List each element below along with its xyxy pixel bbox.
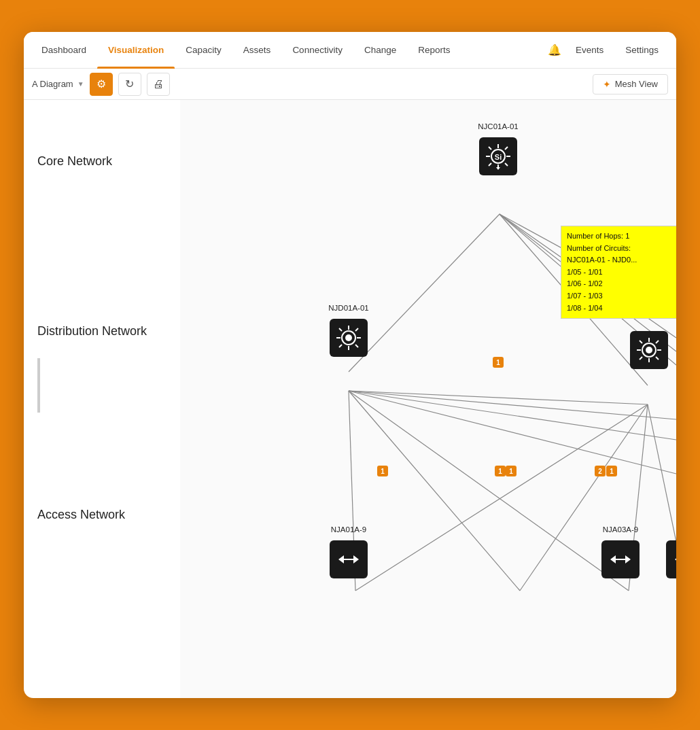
badge-lower-4: 2 — [595, 466, 606, 476]
tooltip-line-3: NJC01A-01 - NJD0... — [567, 254, 673, 266]
nav-bar: Dashboard Visualization Capacity Assets … — [24, 32, 676, 69]
node-NJC01A-01[interactable]: NJC01A-01 Si — [479, 137, 517, 175]
refresh-button[interactable]: ↻ — [118, 73, 141, 96]
badge-njd01-connection: 1 — [493, 357, 504, 368]
svg-line-25 — [505, 147, 508, 150]
svg-point-37 — [345, 334, 352, 341]
node-label-NJC01A-01: NJC01A-01 — [478, 122, 518, 131]
mesh-view-button[interactable]: ✦ Mesh View — [593, 74, 668, 94]
sun-icon: ✦ — [603, 79, 611, 90]
access-network-label: Access Network — [37, 508, 125, 522]
svg-line-45 — [656, 341, 659, 343]
tooltip-line-7: 1/08 - 1/04 — [567, 302, 673, 315]
print-icon: 🖨 — [153, 78, 164, 90]
nav-capacity[interactable]: Capacity — [175, 32, 232, 69]
network-diagram-area[interactable]: NJC01A-01 Si — [180, 100, 676, 698]
svg-line-7 — [349, 391, 629, 591]
badge-lower-5: 1 — [606, 466, 617, 476]
svg-text:Si: Si — [495, 153, 502, 161]
nav-events[interactable]: Events — [565, 32, 614, 69]
tooltip-line-4: 1/05 - 1/01 — [567, 266, 673, 279]
badge-lower-3: 1 — [506, 466, 517, 476]
nav-events-group: 🔔 Events — [548, 32, 614, 69]
node-label-NJA01A-9: NJA01A-9 — [331, 525, 366, 534]
svg-line-0 — [349, 214, 500, 372]
svg-line-34 — [355, 345, 358, 347]
svg-line-44 — [656, 357, 659, 360]
svg-line-23 — [489, 147, 491, 150]
network-svg — [180, 100, 676, 698]
tooltip-line-6: 1/07 - 1/03 — [567, 290, 673, 302]
mesh-view-label: Mesh View — [615, 79, 658, 89]
node-box-NJD-right[interactable] — [630, 331, 668, 369]
node-label-NJA03A-9: NJA03A-9 — [603, 525, 638, 534]
node-box-NJD01A-01[interactable] — [330, 319, 368, 357]
node-NJD-right[interactable] — [630, 331, 668, 369]
refresh-icon: ↻ — [125, 77, 134, 90]
badge-lower-1: 1 — [377, 466, 388, 476]
distribution-network-label: Distribution Network — [37, 324, 147, 338]
node-label-NJD01A-01: NJD01A-01 — [328, 304, 368, 312]
main-window: Dashboard Visualization Capacity Assets … — [24, 32, 676, 698]
dropdown-arrow-icon: ▼ — [77, 80, 84, 88]
svg-line-35 — [355, 328, 358, 331]
network-labels-panel: Core Network Distribution Network Access… — [24, 100, 180, 698]
connection-tooltip: Number of Hops: 1 Number of Circuits: NJ… — [561, 226, 676, 319]
node-NJD01A-01[interactable]: NJD01A-01 — [330, 319, 368, 357]
nav-visualization[interactable]: Visualization — [97, 32, 175, 69]
badge-lower-2: 1 — [495, 466, 506, 476]
nav-settings[interactable]: Settings — [614, 32, 669, 69]
nav-connectivity[interactable]: Connectivity — [281, 32, 353, 69]
nav-change[interactable]: Change — [353, 32, 407, 69]
settings-button[interactable]: ⚙ — [90, 73, 113, 96]
svg-line-36 — [339, 345, 342, 347]
diagram-selector[interactable]: A Diagram ▼ — [32, 79, 84, 89]
toolbar: A Diagram ▼ ⚙ ↻ 🖨 ✦ Mesh View — [24, 69, 676, 100]
svg-line-33 — [339, 328, 342, 331]
nav-reports[interactable]: Reports — [407, 32, 461, 69]
nav-assets[interactable]: Assets — [232, 32, 282, 69]
svg-line-43 — [640, 341, 642, 343]
svg-point-47 — [646, 347, 652, 353]
tooltip-line-2: Number of Circuits: — [567, 243, 673, 255]
diagram-label: A Diagram — [32, 79, 73, 89]
tooltip-line-5: 1/06 - 1/02 — [567, 278, 673, 290]
svg-marker-27 — [496, 167, 500, 170]
svg-line-26 — [489, 163, 491, 166]
bell-icon: 🔔 — [548, 44, 561, 56]
tooltip-line-1: Number of Hops: 1 — [567, 230, 673, 243]
node-box-right-partial[interactable] — [666, 540, 676, 578]
node-box-NJC01A-01[interactable]: Si — [479, 137, 517, 175]
node-box-NJA03A-9[interactable] — [601, 540, 640, 578]
node-NJA01A-9[interactable]: NJA01A-9 — [330, 540, 368, 578]
main-content: Core Network Distribution Network Access… — [24, 100, 676, 698]
svg-line-46 — [640, 357, 642, 360]
node-NJA03A-9[interactable]: NJA03A-9 — [601, 540, 640, 578]
print-button[interactable]: 🖨 — [147, 73, 170, 96]
core-network-label: Core Network — [37, 154, 112, 169]
divider-bar — [37, 358, 40, 413]
svg-line-24 — [505, 163, 508, 166]
nav-dashboard[interactable]: Dashboard — [31, 32, 97, 69]
svg-line-11 — [349, 391, 520, 591]
node-box-NJA01A-9[interactable] — [330, 540, 368, 578]
gear-icon: ⚙ — [97, 77, 106, 90]
node-right-partial[interactable] — [666, 540, 676, 578]
